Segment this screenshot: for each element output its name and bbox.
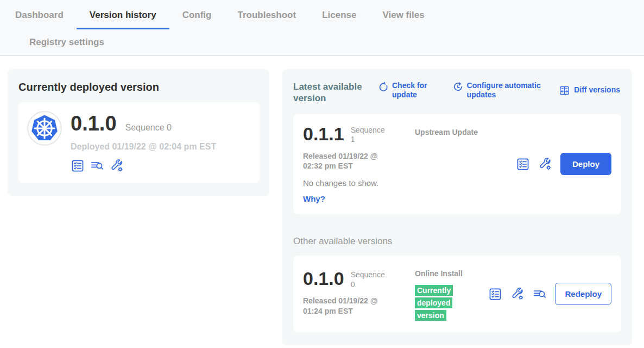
main-content: Currently deployed version 0.1.0 Sequenc… bbox=[0, 56, 644, 345]
currently-deployed-panel: Currently deployed version 0.1.0 Sequenc… bbox=[8, 69, 269, 196]
deployed-version-number: 0.1.0 bbox=[71, 113, 117, 134]
wrench-gear-icon[interactable] bbox=[538, 157, 552, 171]
checklist-icon[interactable] bbox=[71, 159, 85, 173]
latest-sequence-label: Sequence 1 bbox=[351, 125, 390, 145]
deploy-button[interactable]: Deploy bbox=[560, 153, 611, 175]
no-changes-text: No changes to show. bbox=[303, 178, 407, 188]
latest-available-panel: Latest available version Check for updat… bbox=[282, 69, 632, 345]
latest-version-card: 0.1.1 Sequence 1 Released 01/19/22 @ 02:… bbox=[293, 114, 621, 215]
other-version-source: Online Install bbox=[415, 269, 479, 279]
latest-version-actions: Deploy bbox=[516, 125, 611, 204]
deployed-version-details: 0.1.0 Sequence 0 Deployed 01/19/22 @ 02:… bbox=[71, 111, 216, 173]
tab-registry-settings[interactable]: Registry settings bbox=[16, 34, 117, 48]
kubernetes-logo-icon bbox=[27, 111, 62, 146]
latest-version-source: Upstream Update bbox=[415, 125, 479, 204]
tab-view-files[interactable]: View files bbox=[369, 7, 437, 29]
latest-available-title: Latest available version bbox=[293, 81, 368, 104]
other-sequence-label: Sequence 0 bbox=[351, 270, 390, 289]
configure-automatic-updates-link[interactable]: Configure automatic updates bbox=[452, 81, 545, 100]
nav-row-1: Dashboard Version history Config Trouble… bbox=[2, 7, 644, 29]
deployed-timestamp: Deployed 01/19/22 @ 02:04 pm EST bbox=[71, 142, 216, 152]
other-version-info: 0.1.0 Sequence 0 Released 01/19/22 @ 01:… bbox=[303, 266, 407, 321]
logs-magnifier-icon[interactable] bbox=[533, 287, 547, 301]
diff-versions-label: Diff versions bbox=[574, 85, 620, 95]
diff-icon bbox=[559, 85, 570, 96]
other-available-versions-title: Other available versions bbox=[293, 236, 621, 247]
check-for-update-link[interactable]: Check for update bbox=[377, 81, 438, 100]
check-for-update-label: Check for update bbox=[392, 81, 438, 100]
deployed-sequence-label: Sequence 0 bbox=[125, 123, 172, 133]
wrench-gear-icon[interactable] bbox=[110, 159, 124, 173]
other-version-card: 0.1.0 Sequence 0 Released 01/19/22 @ 01:… bbox=[293, 256, 621, 332]
latest-version-number: 0.1.1 bbox=[303, 125, 344, 145]
version-actions: Check for update Configure automatic upd… bbox=[377, 81, 621, 100]
checklist-icon[interactable] bbox=[516, 157, 530, 171]
nav-row-2: Registry settings bbox=[2, 29, 644, 55]
top-navigation: Dashboard Version history Config Trouble… bbox=[0, 0, 644, 56]
redeploy-button[interactable]: Redeploy bbox=[555, 283, 611, 305]
other-released-timestamp: Released 01/19/22 @ 01:24 pm EST bbox=[303, 296, 393, 316]
tab-license[interactable]: License bbox=[309, 7, 369, 29]
latest-version-info: 0.1.1 Sequence 1 Released 01/19/22 @ 02:… bbox=[303, 125, 407, 204]
diff-versions-link[interactable]: Diff versions bbox=[559, 81, 620, 100]
configure-automatic-updates-label: Configure automatic updates bbox=[467, 81, 545, 100]
why-link[interactable]: Why? bbox=[303, 194, 407, 203]
other-version-source-col: Online Install Currently deployed versio… bbox=[415, 266, 479, 321]
tab-troubleshoot[interactable]: Troubleshoot bbox=[224, 7, 309, 29]
tab-version-history[interactable]: Version history bbox=[77, 7, 169, 29]
logs-magnifier-icon[interactable] bbox=[90, 159, 104, 173]
latest-available-header: Latest available version Check for updat… bbox=[293, 81, 621, 104]
deployed-version-card: 0.1.0 Sequence 0 Deployed 01/19/22 @ 02:… bbox=[18, 102, 260, 183]
wrench-gear-icon[interactable] bbox=[510, 287, 525, 301]
tab-dashboard[interactable]: Dashboard bbox=[2, 7, 77, 29]
currently-deployed-title: Currently deployed version bbox=[18, 81, 260, 94]
latest-released-timestamp: Released 01/19/22 @ 02:32 pm EST bbox=[303, 151, 393, 172]
currently-deployed-badge: Currently deployed version bbox=[415, 285, 453, 320]
other-version-number: 0.1.0 bbox=[303, 270, 344, 289]
refresh-icon bbox=[377, 82, 388, 93]
checklist-icon[interactable] bbox=[488, 287, 502, 301]
schedule-refresh-icon bbox=[452, 82, 463, 93]
other-version-actions: Redeploy bbox=[488, 266, 611, 321]
tab-config[interactable]: Config bbox=[169, 7, 225, 29]
